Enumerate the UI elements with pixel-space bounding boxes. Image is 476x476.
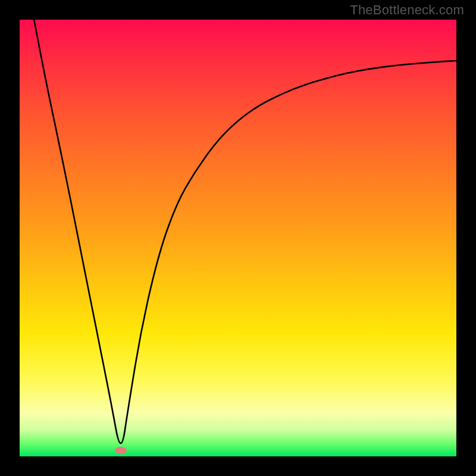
watermark-text: TheBottleneck.com	[350, 2, 464, 18]
minimum-marker	[115, 447, 127, 454]
plot-area	[20, 20, 456, 456]
bottleneck-curve	[20, 20, 456, 456]
chart-frame: TheBottleneck.com	[0, 0, 476, 476]
curve-path	[34, 20, 456, 443]
